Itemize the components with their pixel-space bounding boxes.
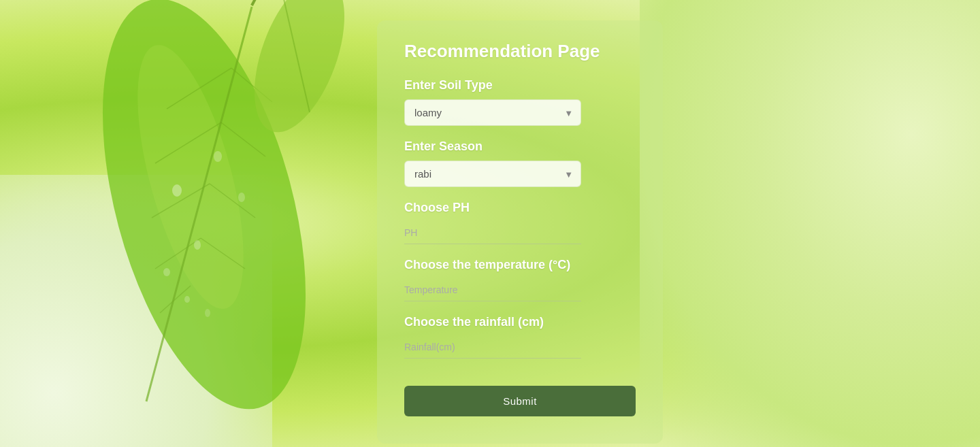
bg-patch-right — [640, 0, 980, 447]
page-title: Recommendation Page — [404, 41, 636, 62]
rainfall-group: Choose the rainfall (cm) — [404, 315, 636, 359]
soil-type-label: Enter Soil Type — [404, 78, 636, 93]
season-label: Enter Season — [404, 139, 636, 154]
temperature-group: Choose the temperature (°C) — [404, 258, 636, 301]
bg-patch-left — [0, 175, 272, 447]
temperature-input[interactable] — [404, 279, 581, 301]
submit-button[interactable]: Submit — [404, 386, 636, 416]
soil-type-select[interactable]: loamy sandy clayey silty peaty chalky — [404, 99, 581, 126]
season-select[interactable]: rabi kharif zaid — [404, 161, 581, 187]
rainfall-label: Choose the rainfall (cm) — [404, 315, 636, 329]
soil-type-group: Enter Soil Type loamy sandy clayey silty… — [404, 78, 636, 126]
ph-group: Choose PH — [404, 201, 636, 244]
soil-type-dropdown-wrapper: loamy sandy clayey silty peaty chalky ▼ — [404, 99, 581, 126]
season-dropdown-wrapper: rabi kharif zaid ▼ — [404, 161, 581, 187]
form-panel: Recommendation Page Enter Soil Type loam… — [377, 20, 663, 444]
ph-label: Choose PH — [404, 201, 636, 215]
ph-input[interactable] — [404, 222, 581, 244]
rainfall-input[interactable] — [404, 336, 581, 359]
temperature-label: Choose the temperature (°C) — [404, 258, 636, 272]
season-group: Enter Season rabi kharif zaid ▼ — [404, 139, 636, 187]
